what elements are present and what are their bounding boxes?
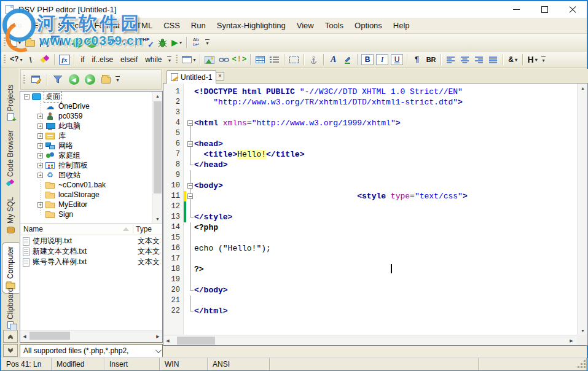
resize-grip[interactable]: [584, 366, 586, 368]
tree-scrollbar[interactable]: ▲ ▼: [152, 92, 162, 223]
menu-tools[interactable]: Tools: [319, 19, 349, 32]
tree-item--[interactable]: +库: [20, 131, 152, 141]
scroll-right-icon[interactable]: ▶: [154, 332, 162, 341]
bold-button[interactable]: B: [360, 53, 375, 67]
scroll-down-icon[interactable]: ▼: [578, 326, 588, 335]
edit-file-button[interactable]: [28, 72, 44, 88]
code-line[interactable]: 8</head>: [163, 160, 577, 170]
code-line[interactable]: 15: [163, 233, 577, 243]
side-tab-computer[interactable]: Computer: [4, 242, 17, 291]
code-line[interactable]: 3: [163, 107, 577, 118]
navigate-forward-button[interactable]: ▶: [82, 72, 98, 88]
align-right-button[interactable]: [472, 53, 486, 67]
code-line[interactable]: 16echo ("Hello!");: [163, 243, 577, 254]
panel-scroll-down-button[interactable]: [3, 344, 18, 357]
toolbar-overflow-button[interactable]: ▾: [539, 53, 547, 66]
expand-box-icon[interactable]: +: [37, 153, 43, 158]
expand-box-icon[interactable]: +: [37, 163, 43, 168]
side-tab-code-browser[interactable]: Code Browser: [4, 129, 17, 188]
html-entity-button[interactable]: &▾: [506, 53, 520, 67]
chevron-down-icon[interactable]: ▾: [20, 57, 22, 63]
align-center-button[interactable]: [458, 53, 472, 67]
code-line[interactable]: 20</body>: [163, 285, 577, 295]
insert-form-button[interactable]: ▾: [181, 53, 197, 67]
chevron-down-icon[interactable]: ▾: [18, 40, 21, 45]
code-line[interactable]: 1<!DOCTYPE html PUBLIC "-//W3C//DTD XHTM…: [163, 87, 577, 97]
tree-item-myeditor[interactable]: +MyEditor: [20, 200, 152, 209]
code-line[interactable]: 14<?php: [163, 222, 577, 233]
toolbar-overflow-button[interactable]: ▾: [203, 36, 211, 49]
editor-scroll-thumb[interactable]: [177, 337, 215, 345]
fold-column[interactable]: [186, 118, 194, 128]
tree-item-pc0359[interactable]: +pc0359: [20, 111, 152, 121]
tab-close-button[interactable]: ×: [216, 72, 224, 80]
code-line[interactable]: 17: [163, 254, 577, 264]
menu-html[interactable]: HTML: [125, 19, 158, 32]
toolbar-overflow-button[interactable]: ▾: [114, 74, 122, 86]
side-tab-my-sql[interactable]: My SQL: [4, 201, 17, 234]
menu-file[interactable]: File: [4, 19, 28, 32]
snippet-while-button[interactable]: while: [141, 54, 165, 65]
chevron-down-icon[interactable]: ▾: [515, 57, 517, 63]
scroll-left-icon[interactable]: ◀: [163, 337, 172, 345]
side-tab-clipboard[interactable]: Clipboard: [4, 290, 17, 328]
fold-collapse-icon[interactable]: [187, 141, 193, 147]
snippet-if-button[interactable]: if: [77, 54, 88, 65]
code-line[interactable]: 9: [163, 170, 577, 181]
chevron-down-icon[interactable]: ▾: [179, 40, 182, 45]
font-color-button[interactable]: [340, 53, 355, 67]
tree-item-sign[interactable]: Sign: [20, 209, 152, 219]
combo-dropdown-icon[interactable]: [155, 347, 162, 353]
minimize-button[interactable]: [502, 1, 530, 18]
code-line[interactable]: 6<head>: [163, 139, 577, 149]
scroll-right-icon[interactable]: ▶: [567, 337, 576, 345]
tree-item--[interactable]: +♻回收站: [20, 170, 152, 180]
snippet-elseif-button[interactable]: elseif: [117, 54, 141, 65]
editor-vscrollbar[interactable]: ▲ ▼: [577, 84, 587, 335]
chevron-down-icon[interactable]: ▾: [193, 57, 195, 63]
php-syntax-check-button[interactable]: PHP✓: [138, 36, 155, 50]
paragraph-button[interactable]: ¶: [410, 53, 424, 67]
close-button[interactable]: [559, 1, 587, 18]
folder-tree[interactable]: −桌面☁OneDrive+pc0359+此电脑+库+网络+家庭组+控制面板+♻回…: [20, 92, 152, 223]
menu-options[interactable]: Options: [349, 19, 388, 32]
insert-anchor-button[interactable]: [307, 53, 321, 67]
maximize-button[interactable]: [530, 1, 559, 18]
folder-up-button[interactable]: ↑: [98, 72, 114, 88]
toolbar-grip[interactable]: [23, 75, 25, 85]
menu-run[interactable]: Run: [186, 19, 211, 32]
side-tab-projects[interactable]: +Projects: [4, 72, 17, 120]
file-list[interactable]: 使用说明.txt文本文档新建文本文档.txt文本文档账号导入样例.txt文本文档: [20, 236, 162, 267]
scroll-up-icon[interactable]: ▲: [152, 92, 163, 100]
code-lines[interactable]: 1<!DOCTYPE html PUBLIC "-//W3C//DTD XHTM…: [163, 87, 577, 316]
expand-box-icon[interactable]: +: [37, 202, 43, 208]
tree-item--cconv01-bak[interactable]: ~cConv01.bak: [20, 180, 152, 190]
scroll-up-icon[interactable]: ▲: [578, 84, 588, 92]
upload-button[interactable]: ↑: [85, 36, 99, 50]
fold-column[interactable]: [186, 139, 194, 149]
align-justify-button[interactable]: [486, 53, 500, 67]
insert-list-button[interactable]: [267, 53, 281, 67]
expand-box-icon[interactable]: +: [37, 143, 43, 149]
word-wrap-button[interactable]: Abb↵: [189, 36, 203, 50]
toolbar-grip[interactable]: [4, 55, 6, 64]
code-line[interactable]: 10<body>: [163, 181, 577, 191]
newline-button[interactable]: \: [23, 53, 37, 67]
navigate-back-button[interactable]: ◀: [66, 72, 82, 88]
align-left-button[interactable]: [444, 53, 458, 67]
fold-column[interactable]: [186, 181, 194, 191]
filter-button[interactable]: [50, 72, 66, 88]
menu-syntax-highlighting[interactable]: Syntax-Highlighting: [211, 19, 291, 32]
tree-item--[interactable]: +控制面板: [20, 160, 152, 170]
menu-search[interactable]: Search: [52, 19, 88, 32]
toolbar-grip[interactable]: [176, 55, 178, 64]
code-line[interactable]: 13</style>: [163, 212, 577, 222]
undo-button[interactable]: ↶: [104, 36, 119, 50]
fold-collapse-icon[interactable]: [187, 183, 193, 189]
column-type[interactable]: Type: [133, 225, 162, 233]
run-button[interactable]: ▶▾: [170, 36, 184, 50]
column-name[interactable]: Name: [20, 225, 133, 233]
code-line[interactable]: 19: [163, 275, 577, 285]
tree-item-localstorage[interactable]: localStorage: [20, 190, 152, 200]
expand-box-icon[interactable]: +: [37, 133, 43, 139]
